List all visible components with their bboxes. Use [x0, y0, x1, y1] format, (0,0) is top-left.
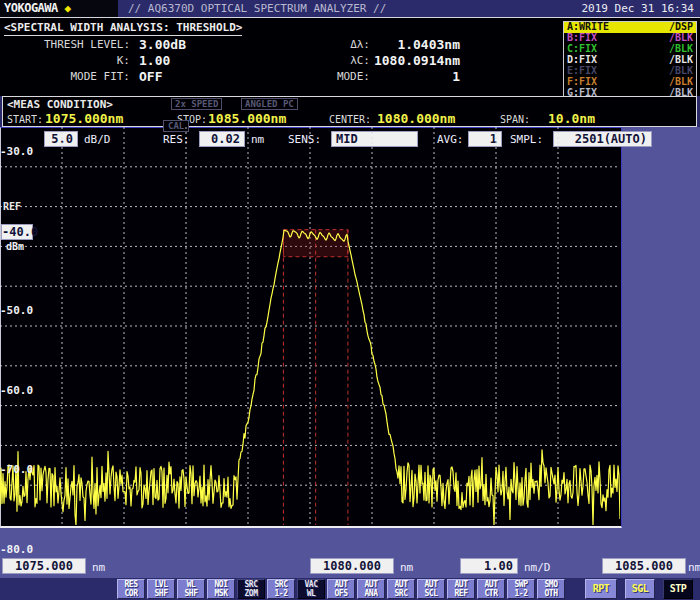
x-start-box[interactable]: 1075.000 [2, 558, 86, 574]
meas-condition-heading: <MEAS CONDITION> [7, 98, 113, 111]
softkey-aut-scl[interactable]: AUTSCL [417, 579, 445, 599]
trace-display-mode: /BLK [669, 66, 693, 76]
trace-name: D:FIX [567, 55, 597, 65]
analysis-label: K: [0, 53, 130, 69]
analysis-results-grid: THRESH LEVEL:3.00dBΔλ:1.0403nmK:1.00λC:1… [0, 37, 460, 85]
softkey-label: ANA [358, 590, 384, 599]
softkey-aut-ana[interactable]: AUTANA [357, 579, 385, 599]
analysis-value: 1 [370, 69, 460, 85]
y-axis-label: -50.0 [0, 304, 31, 317]
center-label: CENTER: [329, 114, 371, 125]
analysis-heading: <SPECTRAL WIDTH ANALYSIS: THRESHOLD> [4, 21, 242, 36]
softkey-label: SHF [148, 590, 174, 599]
trace-display-mode: /BLK [669, 55, 693, 65]
osa-screen: YOKOGAWA ◆ // AQ6370D OPTICAL SPECTRUM A… [0, 0, 700, 600]
y-axis-label: -70.0 [0, 463, 31, 476]
trace-display-mode: /BLK [669, 77, 693, 87]
analysis-label: THRESH LEVEL: [0, 37, 130, 53]
trace-name: B:FIX [567, 33, 597, 43]
analysis-label: λC: [300, 53, 370, 69]
trace-name: A:WRITE [567, 22, 609, 32]
softkey-label: OFS [328, 590, 354, 599]
softkey-swp-1-2[interactable]: SWP1-2 [507, 579, 535, 599]
span-value[interactable]: 10.0nm [548, 111, 595, 126]
softkey-lvl-shf[interactable]: LVLSHF [147, 579, 175, 599]
softkey-aut-ofs[interactable]: AUTOFS [327, 579, 355, 599]
softkey-label: 1-2 [508, 590, 534, 599]
analysis-label: MODE: [300, 69, 370, 85]
trace-display-mode: /BLK [669, 44, 693, 54]
x-scale-unit: nm/D [524, 561, 551, 574]
stop-value[interactable]: 1085.000nm [208, 111, 286, 126]
softkey-src-1-2[interactable]: SRC1-2 [267, 579, 295, 599]
yokogawa-logo: YOKOGAWA ◆ [0, 0, 118, 17]
softkey-label: STP [664, 581, 692, 597]
softkey-res-cor[interactable]: RESCOR [117, 579, 145, 599]
spectral-width-marker [283, 230, 347, 525]
softkey-aut-ctr[interactable]: AUTCTR [477, 579, 505, 599]
trace-row-c[interactable]: C:FIX/BLK [564, 44, 696, 55]
softkey-stp[interactable]: STP [663, 579, 693, 599]
softkey-label: SGL [626, 581, 654, 597]
softkey-label: RPT [586, 581, 616, 597]
softkey-aut-src[interactable]: AUTSRC [387, 579, 415, 599]
softkey-label: SCL [418, 590, 444, 599]
analysis-value: OFF [130, 69, 300, 85]
x-center-box[interactable]: 1080.000 [310, 558, 394, 574]
y-axis-label: -60.0 [0, 384, 31, 397]
softkey-wl-shf[interactable]: WLSHF [177, 579, 205, 599]
softkey-label: OTH [538, 590, 564, 599]
spectrum-svg [0, 127, 620, 525]
ref-line-label: REF [3, 201, 21, 212]
meas-condition-panel: <MEAS CONDITION> START: 1075.000nm STOP:… [2, 96, 697, 127]
trace-panel: A:WRITE/DSPB:FIX/BLKC:FIX/BLKD:FIX/BLKE:… [563, 21, 697, 99]
x-center-unit: nm [400, 561, 413, 574]
softkey-label: REF [448, 590, 474, 599]
trace-row-a[interactable]: A:WRITE/DSP [564, 22, 696, 33]
meas-badge: 2x SPEED [171, 98, 222, 110]
center-value[interactable]: 1080.000nm [377, 111, 455, 126]
trace-row-d[interactable]: D:FIX/BLK [564, 55, 696, 66]
softkey-label: WL [298, 590, 324, 599]
softkey-vac-wl[interactable]: VACWL [297, 579, 325, 599]
analysis-panel: <SPECTRAL WIDTH ANALYSIS: THRESHOLD> THR… [0, 17, 700, 96]
start-value[interactable]: 1075.000nm [45, 111, 123, 126]
x-stop-box[interactable]: 1085.000 [602, 558, 686, 574]
span-label: SPAN: [500, 114, 530, 125]
analysis-value: 1.0403nm [370, 37, 460, 53]
trace-row-b[interactable]: B:FIX/BLK [564, 33, 696, 44]
trace-name: F:FIX [567, 77, 597, 87]
analysis-value: 3.00dB [130, 37, 300, 53]
softkey-smo-oth[interactable]: SMOOTH [537, 579, 565, 599]
x-scale-box[interactable]: 1.00 [460, 558, 518, 574]
softkey-label: COR [118, 590, 144, 599]
x-stop-unit: nm [688, 561, 700, 574]
softkey-aut-ref[interactable]: AUTREF [447, 579, 475, 599]
softkey-noi-msk[interactable]: NOIMSK [207, 579, 235, 599]
trace-display-mode: /DSP [669, 22, 693, 32]
brand-text: YOKOGAWA [4, 1, 58, 15]
softkey-label: 1-2 [268, 590, 294, 599]
analysis-value: 1.00 [130, 53, 300, 69]
instrument-title: // AQ6370D OPTICAL SPECTRUM ANALYZER // [128, 2, 386, 15]
trace-name: C:FIX [567, 44, 597, 54]
trace-row-e[interactable]: E:FIX/BLK [564, 65, 696, 76]
analysis-label: Δλ: [300, 37, 370, 53]
start-label: START: [7, 114, 43, 125]
softkey-src-zom[interactable]: SRCZOM [237, 579, 265, 599]
softkey-rpt[interactable]: RPT [585, 579, 617, 599]
y-axis-label: -80.0 [0, 543, 31, 556]
trace-display-mode: /BLK [669, 33, 693, 43]
softkey-label: SHF [178, 590, 204, 599]
brand-diamond-icon: ◆ [65, 2, 71, 15]
datetime: 2019 Dec 31 16:34 [581, 2, 694, 15]
softkey-sgl[interactable]: SGL [625, 579, 655, 599]
softkey-row: RESCORLVLSHFWLSHFNOIMSKSRCZOMSRC1-2VACWL… [0, 578, 700, 600]
softkey-label: SRC [388, 590, 414, 599]
trace-row-f[interactable]: F:FIX/BLK [564, 76, 696, 87]
analysis-value: 1080.0914nm [370, 53, 460, 69]
title-bar: YOKOGAWA ◆ // AQ6370D OPTICAL SPECTRUM A… [0, 0, 700, 17]
display-panel: CAL 5.0 dB/D RES: 0.02 nm SENS: MID AVG:… [0, 127, 700, 578]
analysis-label: MODE FIT: [0, 69, 130, 85]
grid-lines [0, 127, 620, 525]
